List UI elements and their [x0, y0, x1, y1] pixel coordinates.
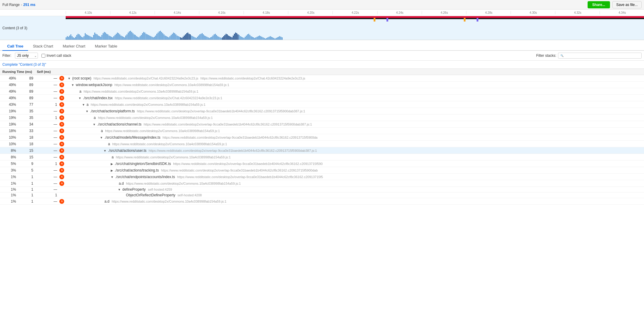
cell-name: a https://www.redditstatic.com/desktop2x… — [65, 154, 644, 160]
tree-triangle[interactable]: ▼ — [71, 83, 74, 87]
overview-bar — [279, 36, 280, 40]
table-row[interactable]: 10% 18 — S ▼ ./src/chat/models/Message/i… — [0, 134, 644, 141]
table-row[interactable]: 10% 18 — S a https://www.redditstatic.co… — [0, 141, 644, 147]
cell-icon: S — [58, 147, 65, 154]
overview-bar — [87, 35, 88, 40]
fn-url: https://www.redditstatic.com/desktop2x/C… — [84, 90, 198, 93]
overview-bar — [122, 36, 123, 40]
overview-bar — [191, 36, 192, 40]
table-row[interactable]: 49% 89 — S ▼ (root scope) https://www.re… — [0, 75, 644, 82]
overview-bar — [236, 33, 237, 40]
overview-bar — [241, 37, 242, 40]
tab-call-tree[interactable]: Call Tree — [2, 42, 28, 51]
invert-call-stack-label[interactable]: Invert call stack — [41, 53, 71, 58]
tree-triangle[interactable]: ▼ — [104, 149, 107, 152]
fn-url: https://www.redditstatic.com/desktop2x/C… — [112, 200, 227, 203]
overview-bar — [227, 34, 228, 40]
share-button[interactable]: Share... — [588, 1, 610, 8]
tree-triangle[interactable]: ▶ — [111, 169, 113, 172]
cell-ms: 18 — [17, 141, 35, 147]
cell-ms: 1 — [17, 192, 35, 198]
filter-select[interactable]: JS only All C++ only — [15, 53, 38, 59]
tree-triangle[interactable]: ▼ — [82, 103, 85, 106]
table-row[interactable]: 49% 89 — S ▼ window.webpackJsonp https:/… — [0, 82, 644, 88]
tree-triangle[interactable]: ▼ — [118, 188, 121, 191]
overview-bar — [106, 34, 107, 40]
table-row[interactable]: 19% 35 1 S a https://www.redditstatic.co… — [0, 114, 644, 121]
table-row[interactable]: 8% 15 — S ▼ ./src/chat/actions/user.ts h… — [0, 147, 644, 154]
overview-bar — [228, 36, 229, 40]
tree-triangle[interactable]: ▼ — [100, 136, 103, 139]
table-row[interactable]: 3% 5 — S ▶ ./src/chat/actions/tracking.t… — [0, 167, 644, 174]
tree-triangle[interactable]: ▼ — [111, 175, 114, 179]
cell-name: ▼ (root scope) https://www.redditstatic.… — [65, 75, 644, 82]
ruler-tick: 4.22s — [332, 11, 377, 14]
invert-checkbox[interactable] — [41, 54, 45, 58]
reddit-icon: S — [59, 96, 64, 100]
table-row[interactable]: 8% 15 — S a https://www.redditstatic.com… — [0, 154, 644, 160]
overview-bar — [205, 36, 206, 40]
table-row[interactable]: 1% 1 — S a.d https://www.redditstatic.co… — [0, 180, 644, 187]
overview-marker — [464, 18, 466, 22]
table-row[interactable]: 1% 1 — S ▼ ./src/chat/endpoints/accounts… — [0, 174, 644, 180]
fn-url: https://www.redditstatic.com/desktop2x/C… — [126, 182, 241, 185]
fn-name: ./src/chat/actions/channel.ts — [97, 122, 141, 126]
save-button[interactable]: Save as file... — [612, 1, 642, 8]
tree-triangle[interactable]: ▼ — [68, 77, 71, 80]
table-row[interactable]: 1% 1 — ▼ defineProperty self-hosted:4259 — [0, 187, 644, 192]
cell-ms: 35 — [17, 108, 35, 114]
cell-ms: 77 — [17, 101, 35, 108]
tab-marker-table[interactable]: Marker Table — [90, 42, 122, 51]
cell-name: a https://www.redditstatic.com/desktop2x… — [65, 88, 644, 95]
overview-bar — [86, 34, 87, 40]
table-row[interactable]: 1% 1 1 ObjectOrReflectDefineProperty sel… — [0, 192, 644, 198]
tab-marker-chart[interactable]: Marker Chart — [58, 42, 90, 51]
reddit-icon: S — [59, 135, 64, 140]
tree-triangle[interactable]: ▼ — [93, 123, 96, 126]
overview-bar — [257, 37, 258, 40]
table-row[interactable]: 43% 77 1 S ▼ a https://www.redditstatic.… — [0, 101, 644, 108]
cell-icon: S — [58, 128, 65, 134]
overview-bar — [211, 37, 212, 40]
ruler-tick: 4.24s — [377, 11, 422, 14]
fn-url: https://www.redditstatic.com/desktop2x/C… — [114, 83, 229, 87]
fn-url: https://www.redditstatic.com/desktop2x/C… — [105, 129, 220, 133]
ruler-tick: 4.16s — [199, 11, 244, 14]
overview-bar — [232, 37, 232, 40]
cell-pct: 19% — [0, 108, 17, 114]
overview-bar — [197, 37, 198, 40]
table-row[interactable]: 19% 34 — S ▼ ./src/chat/actions/channel.… — [0, 121, 644, 128]
tree-triangle[interactable]: ▼ — [86, 110, 89, 113]
table-row[interactable]: 1% 1 — S a.d https://www.redditstatic.co… — [0, 198, 644, 205]
cell-self: — — [34, 108, 58, 114]
cell-name: a.d https://www.redditstatic.com/desktop… — [65, 180, 644, 187]
cell-self: — — [34, 187, 58, 192]
overview-bar — [68, 37, 69, 40]
table-row[interactable]: 19% 35 — S ▼ ./src/chat/actions/platform… — [0, 108, 644, 114]
overview-bar — [166, 36, 167, 40]
overview-bar — [79, 34, 80, 40]
th-self: Self (ms) — [34, 69, 58, 75]
cell-name: ▼ ./src/chat/index.tsx https://www.reddi… — [65, 95, 644, 101]
overview-bar — [144, 33, 145, 40]
cell-pct: 49% — [0, 95, 17, 101]
overview-bar — [69, 36, 70, 40]
fn-url: https://www.redditstatic.com/desktop2x/o… — [163, 136, 318, 139]
fn-name: a — [79, 89, 81, 94]
table-row[interactable]: 49% 89 — S ▼ ./src/chat/index.tsx https:… — [0, 95, 644, 101]
cell-name: ▼ defineProperty self-hosted:4259 — [65, 187, 644, 192]
cell-icon: S — [58, 88, 65, 95]
tab-stack-chart[interactable]: Stack Chart — [28, 42, 58, 51]
reddit-icon: S — [59, 175, 64, 179]
tree-triangle[interactable]: ▼ — [78, 97, 81, 100]
tree-triangle[interactable]: ▶ — [111, 162, 113, 166]
overview-bar — [154, 37, 155, 40]
filter-stacks-input[interactable] — [558, 53, 642, 59]
table-row[interactable]: 18% 33 — S a https://www.redditstatic.co… — [0, 128, 644, 134]
overview-bar — [223, 36, 224, 40]
overview-bar — [275, 39, 275, 40]
overview-bar — [131, 32, 132, 40]
overview-bar — [115, 35, 115, 40]
table-row[interactable]: 5% 9 1 S ▶ ./src/chat/singleton/Sendbird… — [0, 160, 644, 167]
table-row[interactable]: 49% 89 — S a https://www.redditstatic.co… — [0, 88, 644, 95]
